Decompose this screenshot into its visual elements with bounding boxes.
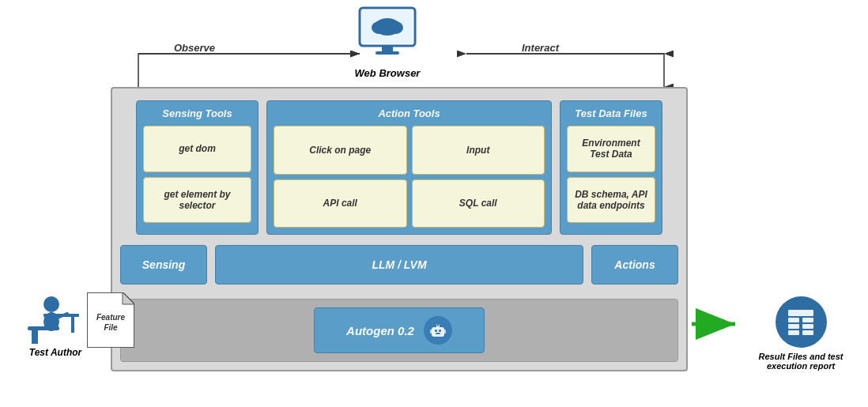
sensing-box: Sensing xyxy=(120,245,207,285)
sensing-tools-box: Sensing Tools get dom get element by sel… xyxy=(136,100,259,235)
result-label: Result Files and test execution report xyxy=(749,352,852,371)
svg-rect-45 xyxy=(71,317,74,333)
feature-file: Feature File xyxy=(87,292,134,348)
svg-rect-53 xyxy=(802,318,813,322)
svg-rect-34 xyxy=(432,327,444,337)
svg-rect-32 xyxy=(382,46,393,52)
test-author-label: Test Author xyxy=(12,347,99,358)
svg-rect-33 xyxy=(376,51,399,55)
action-tools-title: Action Tools xyxy=(274,107,545,119)
autogen-box: Autogen 0.2 xyxy=(314,307,485,353)
svg-point-39 xyxy=(436,324,439,326)
tool-api-call: API call xyxy=(274,179,407,228)
autogen-section: Autogen 0.2 xyxy=(120,299,678,362)
result-icon-wrapper xyxy=(749,296,852,348)
tools-section: Sensing Tools get dom get element by sel… xyxy=(136,100,662,235)
svg-point-31 xyxy=(376,23,398,36)
svg-rect-35 xyxy=(435,330,437,332)
svg-rect-41 xyxy=(444,330,446,334)
svg-point-46 xyxy=(43,312,59,331)
test-author-section: Test Author xyxy=(12,281,99,358)
svg-point-47 xyxy=(43,296,59,312)
browser-section: Web Browser xyxy=(340,4,435,79)
svg-rect-55 xyxy=(802,324,813,329)
feature-file-text2: File xyxy=(104,323,118,332)
tool-sql-call: SQL call xyxy=(412,179,545,228)
diagram-container: Web Browser Observe Interact Sensing Too… xyxy=(0,0,868,407)
feature-file-text1: Feature xyxy=(96,313,126,322)
browser-icon xyxy=(340,4,435,66)
tool-get-dom: get dom xyxy=(143,126,251,172)
svg-rect-56 xyxy=(788,330,799,335)
svg-rect-52 xyxy=(788,318,799,322)
svg-marker-50 xyxy=(123,292,134,304)
tool-input: Input xyxy=(412,126,545,175)
action-tools-grid: Click on page Input API call SQL call xyxy=(274,126,545,228)
middle-row: Sensing LLM / LVM Actions xyxy=(120,243,678,286)
svg-rect-37 xyxy=(436,333,440,334)
test-data-box: Test Data Files Environment Test Data DB… xyxy=(560,100,662,235)
result-section: Result Files and test execution report xyxy=(749,296,852,371)
svg-rect-51 xyxy=(788,310,813,316)
autogen-label: Autogen 0.2 xyxy=(346,324,414,337)
test-author-icon xyxy=(24,281,87,344)
test-data-title: Test Data Files xyxy=(567,107,655,119)
main-frame: Sensing Tools get dom get element by sel… xyxy=(111,87,688,371)
observe-label: Observe xyxy=(174,42,215,54)
tool-get-element: get element by selector xyxy=(143,177,251,224)
robot-icon xyxy=(424,316,452,345)
interact-label: Interact xyxy=(522,42,559,54)
test-data-env: Environment Test Data xyxy=(567,126,655,172)
tool-click-page: Click on page xyxy=(274,126,407,175)
test-data-db: DB schema, API data endpoints xyxy=(567,177,655,224)
svg-rect-54 xyxy=(788,324,799,329)
svg-rect-57 xyxy=(802,330,813,335)
svg-rect-40 xyxy=(430,330,432,334)
llm-box: LLM / LVM xyxy=(215,245,583,285)
result-icon xyxy=(776,296,827,348)
actions-box: Actions xyxy=(591,245,678,285)
action-tools-box: Action Tools Click on page Input API cal… xyxy=(266,100,552,235)
feature-file-icon: Feature File xyxy=(87,292,134,348)
browser-label: Web Browser xyxy=(340,67,435,79)
sensing-tools-title: Sensing Tools xyxy=(143,107,251,119)
svg-rect-36 xyxy=(439,330,441,332)
